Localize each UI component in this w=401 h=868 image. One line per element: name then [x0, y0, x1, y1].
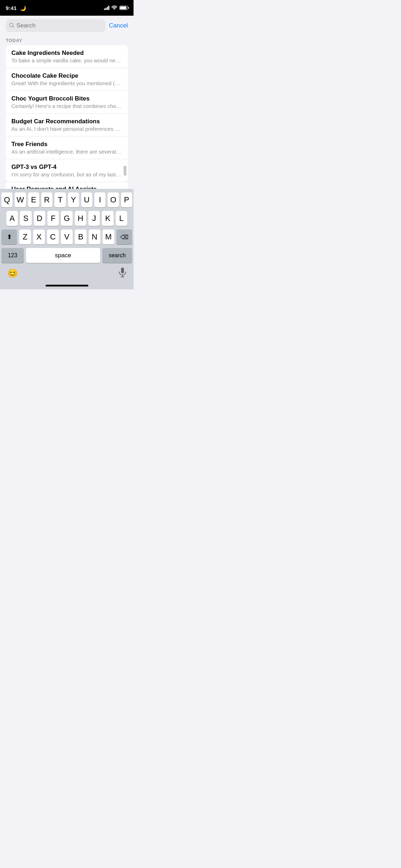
list-item-subtitle: Certainly! Here's a recipe that combines… [11, 103, 122, 109]
list-item-subtitle: Great! With the ingredients you mentione… [11, 80, 122, 86]
search-input[interactable] [16, 22, 102, 29]
key-d[interactable]: D [34, 211, 45, 226]
home-indicator [46, 285, 88, 286]
time-display: 9:41 [6, 5, 17, 11]
key-k[interactable]: K [102, 211, 113, 226]
shift-key[interactable]: ⬆ [1, 229, 17, 244]
emoji-button[interactable]: 😊 [7, 268, 18, 278]
key-n[interactable]: N [89, 229, 100, 244]
key-q[interactable]: Q [1, 192, 12, 207]
list-item[interactable]: Tree Friends As an artificial intelligen… [6, 136, 128, 159]
list-item-title: Cake Ingredients Needed [11, 50, 122, 57]
key-w[interactable]: W [15, 192, 26, 207]
key-v[interactable]: V [61, 229, 73, 244]
key-g[interactable]: G [61, 211, 72, 226]
delete-key[interactable]: ⌫ [116, 229, 132, 244]
numbers-key[interactable]: 123 [1, 248, 24, 263]
list-item[interactable]: Chocolate Cake Recipe Great! With the in… [6, 68, 128, 91]
key-y[interactable]: Y [68, 192, 79, 207]
key-j[interactable]: J [88, 211, 100, 226]
list-item-title: Budget Car Recommendations [11, 118, 122, 125]
key-m[interactable]: M [103, 229, 114, 244]
list-item-title: Tree Friends [11, 141, 122, 148]
keyboard: Q W E R T Y U I O P A S D F G H J K L ⬆ … [0, 189, 134, 289]
key-f[interactable]: F [47, 211, 59, 226]
list-item-title: Choc Yogurt Broccoli Bites [11, 95, 122, 102]
moon-icon: 🌙 [20, 5, 26, 11]
key-i[interactable]: I [94, 192, 105, 207]
list-item-subtitle: I'm sorry for any confusion, but as of m… [11, 171, 122, 177]
battery-icon [119, 6, 128, 10]
list-item-subtitle: As an artificial intelligence, there are… [11, 149, 122, 155]
search-input-wrapper[interactable] [6, 19, 105, 32]
key-c[interactable]: C [47, 229, 59, 244]
key-r[interactable]: R [41, 192, 52, 207]
keyboard-bottom-row: 123 space search [0, 248, 134, 263]
key-x[interactable]: X [33, 229, 45, 244]
keyboard-row-3: ⬆ Z X C V B N M ⌫ [0, 229, 134, 244]
keyboard-row-2: A S D F G H J K L [0, 211, 134, 226]
list-item[interactable]: Budget Car Recommendations As an AI, I d… [6, 114, 128, 136]
search-return-key[interactable]: search [102, 248, 132, 263]
search-icon [9, 23, 14, 29]
list-item-subtitle: As an AI, I don't have personal preferen… [11, 126, 122, 132]
wifi-icon [111, 5, 117, 11]
svg-rect-2 [121, 268, 124, 273]
svg-line-1 [13, 26, 14, 27]
key-a[interactable]: A [6, 211, 18, 226]
list-item-subtitle: To bake a simple vanilla cake, you would… [11, 57, 122, 63]
signal-icon [104, 6, 109, 10]
conversation-list: Cake Ingredients Needed To bake a simple… [6, 45, 128, 182]
scroll-indicator [124, 166, 126, 176]
search-bar[interactable]: Cancel [0, 16, 134, 35]
key-u[interactable]: U [81, 192, 92, 207]
key-z[interactable]: Z [19, 229, 31, 244]
key-e[interactable]: E [28, 192, 39, 207]
list-item[interactable]: Choc Yogurt Broccoli Bites Certainly! He… [6, 91, 128, 114]
status-bar: 9:41 🌙 [0, 0, 134, 16]
cancel-button[interactable]: Cancel [109, 22, 128, 29]
space-key[interactable]: space [26, 248, 100, 263]
section-header-today: TODAY [0, 35, 134, 45]
key-s[interactable]: S [20, 211, 31, 226]
key-p[interactable]: P [121, 192, 132, 207]
keyboard-row-1: Q W E R T Y U I O P [0, 192, 134, 207]
key-o[interactable]: O [108, 192, 119, 207]
key-b[interactable]: B [75, 229, 87, 244]
key-h[interactable]: H [75, 211, 86, 226]
list-item-title: Chocolate Cake Recipe [11, 72, 122, 79]
status-time-area: 9:41 🌙 [6, 5, 26, 11]
list-item[interactable]: Cake Ingredients Needed To bake a simple… [6, 45, 128, 68]
microphone-button[interactable] [119, 267, 126, 279]
list-item[interactable]: GPT-3 vs GPT-4 I'm sorry for any confusi… [6, 159, 128, 182]
key-l[interactable]: L [116, 211, 127, 226]
key-t[interactable]: T [54, 192, 66, 207]
list-item-title: GPT-3 vs GPT-4 [11, 164, 122, 171]
status-icons [104, 5, 128, 11]
